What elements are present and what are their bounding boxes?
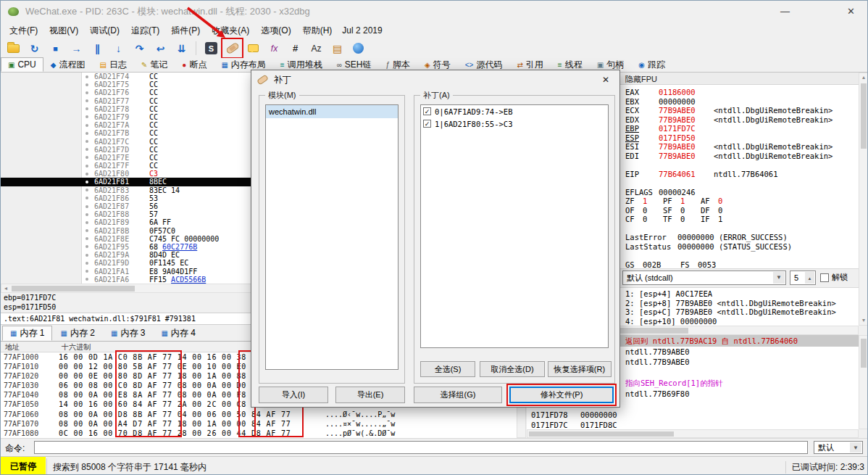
breakpoint-dot[interactable]	[85, 107, 88, 110]
menu-item-3[interactable]: 调试(D)	[84, 22, 125, 39]
stepper-arrows-icon[interactable]: ▲▼	[805, 272, 814, 284]
scroll-left-icon[interactable]: ◂	[1, 284, 10, 293]
breakpoint-dot[interactable]	[85, 156, 88, 159]
menu-item-7[interactable]: 选项(O)	[255, 22, 296, 39]
breakpoint-dot[interactable]	[85, 221, 88, 224]
restore-selected-button[interactable]: 恢复选择项(R)	[548, 361, 612, 377]
open-file-icon[interactable]	[4, 39, 23, 57]
minimize-button[interactable]: —	[769, 1, 801, 22]
hide-fpu-button[interactable]: 隐藏FPU	[625, 74, 657, 85]
memory-tab-4[interactable]: ▦内存 4	[153, 326, 203, 341]
command-input[interactable]	[34, 441, 808, 454]
breakpoint-dot[interactable]	[85, 91, 88, 94]
breakpoint-dot[interactable]	[85, 173, 88, 175]
scrollbar-thumb[interactable]	[861, 83, 867, 149]
run-icon[interactable]: →	[67, 39, 86, 57]
module-item[interactable]: wechatwin.dll	[266, 105, 398, 118]
breakpoint-dot[interactable]	[85, 115, 88, 118]
patch-item[interactable]: ✓1|6AD21F80:55->C3	[421, 117, 608, 130]
register-laststatus[interactable]: LastStatus00000000 (STATUS_SUCCESS)	[625, 242, 864, 252]
patch-list[interactable]: ✓0|6A7F1AD9:74->EB✓1|6AD21F80:55->C3	[420, 104, 609, 348]
breakpoint-dot[interactable]	[85, 229, 88, 232]
select-all-button[interactable]: 全选(S)	[420, 361, 475, 377]
stack-horizontal-scrollbar[interactable]	[527, 429, 859, 438]
stack-vertical-scrollbar[interactable]	[859, 335, 868, 429]
menu-item-4[interactable]: 追踪(T)	[125, 22, 165, 39]
tab-trace[interactable]: ◉跟踪	[631, 57, 672, 72]
argument-count-stepper[interactable]: 5 ▲▼	[790, 270, 816, 285]
tab-notes[interactable]: ✎笔记	[134, 57, 175, 72]
breakpoint-dot[interactable]	[85, 278, 88, 281]
import-button[interactable]: 导入(I)	[259, 387, 328, 403]
register-edx[interactable]: EDX77B9ABE0<ntdll.DbgUiRemoteBreakin>	[625, 115, 864, 125]
window-titlebar[interactable]: WeChat.exe - PID: 263C - 模块: wechatwin.d…	[1, 1, 867, 22]
flags-row[interactable]: ZF1PF1AF0	[625, 197, 864, 206]
module-list[interactable]: wechatwin.dll	[265, 104, 398, 370]
command-profile-select[interactable]: 默认 ▼	[814, 441, 863, 454]
stack-row[interactable]: 0171FD7C0171FD8C	[527, 420, 859, 429]
flags-row[interactable]: OF0SF0DF0	[625, 206, 864, 215]
patch-file-button[interactable]: 修补文件(P)	[509, 387, 614, 403]
breakpoint-dot[interactable]	[85, 165, 88, 168]
breakpoint-dot[interactable]	[85, 254, 88, 257]
registers-vertical-scrollbar[interactable]: ▴ ▾	[859, 73, 868, 326]
register-ebx[interactable]: EBX00000000	[625, 97, 864, 107]
close-button[interactable]: ✕	[835, 1, 867, 22]
breakpoint-dot[interactable]	[85, 245, 88, 248]
stack-row[interactable]: 0171FD7800000000	[527, 410, 859, 421]
menu-item-8[interactable]: 帮助(H)	[297, 22, 338, 39]
unlock-checkbox-group[interactable]: 解锁	[820, 272, 848, 283]
patch-icon[interactable]	[222, 39, 242, 57]
memory-tab-1[interactable]: ▦内存 1	[2, 326, 52, 341]
memory-tab-3[interactable]: ▦内存 3	[103, 326, 153, 341]
breakpoint-dot[interactable]	[85, 213, 88, 216]
breakpoint-dot[interactable]	[85, 262, 88, 265]
patch-dialog-titlebar[interactable]: 补丁 ✕	[251, 70, 619, 89]
register-edi[interactable]: EDI77B9ABE0<ntdll.DbgUiRemoteBreakin>	[625, 152, 864, 161]
register-eip[interactable]: EIP77B64061ntdll.77B64061	[625, 170, 864, 179]
tab-cpu[interactable]: ▣CPU	[1, 57, 43, 72]
globe-icon[interactable]	[349, 39, 368, 57]
patch-checkbox[interactable]: ✓	[423, 107, 431, 115]
calling-convention-select[interactable]: 默认 (stdcall) ▼	[622, 270, 786, 285]
breakpoint-dot[interactable]	[85, 197, 88, 199]
tab-breakpoints[interactable]: ●断点	[175, 57, 214, 72]
hash-icon[interactable]: #	[285, 39, 305, 57]
restart-icon[interactable]: ↻	[25, 39, 44, 57]
execute-till-return-icon[interactable]: ↩	[151, 39, 170, 57]
register-ebp[interactable]: EBP0171FD7C	[625, 124, 864, 133]
fx-icon[interactable]: fx	[264, 39, 284, 57]
breakpoint-dot[interactable]	[85, 99, 88, 102]
breakpoint-dot[interactable]	[85, 124, 88, 127]
scrollbar-thumb[interactable]	[861, 339, 867, 368]
flags-row[interactable]: CF0TF0IF1	[625, 215, 864, 224]
tab-graph[interactable]: ◆流程图	[43, 57, 93, 72]
memory-tab-2[interactable]: ▦内存 2	[52, 326, 102, 341]
chevron-down-icon[interactable]: ▼	[850, 442, 861, 453]
breakpoint-dot[interactable]	[85, 189, 88, 191]
pause-icon[interactable]: ∥	[88, 39, 107, 57]
register-esp[interactable]: ESP0171FD50	[625, 133, 864, 143]
breakpoint-dot[interactable]	[85, 181, 88, 183]
patch-item[interactable]: ✓0|6A7F1AD9:74->EB	[421, 105, 608, 117]
register-esi[interactable]: ESI77B9ABE0<ntdll.DbgUiRemoteBreakin>	[625, 142, 864, 152]
export-button[interactable]: 导出(E)	[335, 387, 405, 403]
notepad-icon[interactable]: ▤	[327, 39, 347, 57]
breakpoint-dot[interactable]	[85, 75, 88, 78]
register-ecx[interactable]: ECX77B9ABE0<ntdll.DbgUiRemoteBreakin>	[625, 106, 864, 115]
breakpoint-dot[interactable]	[85, 140, 88, 143]
unlock-checkbox[interactable]	[820, 273, 829, 282]
menu-item-1[interactable]: 文件(F)	[4, 22, 43, 39]
comment-icon[interactable]	[243, 39, 263, 57]
breakpoint-dot[interactable]	[85, 205, 88, 208]
breakpoint-dot[interactable]	[85, 83, 88, 86]
deselect-all-button[interactable]: 取消全选(D)	[480, 361, 545, 377]
scroll-up-icon[interactable]: ▴	[859, 73, 868, 82]
menu-item-2[interactable]: 视图(V)	[43, 22, 84, 39]
breakpoint-dot[interactable]	[85, 270, 88, 273]
az-icon[interactable]: Az	[306, 39, 326, 57]
breakpoint-dot[interactable]	[85, 237, 88, 240]
breakpoint-dot[interactable]	[85, 132, 88, 135]
stop-icon[interactable]: ■	[46, 39, 65, 57]
step-over-icon[interactable]: ↷	[130, 39, 149, 57]
